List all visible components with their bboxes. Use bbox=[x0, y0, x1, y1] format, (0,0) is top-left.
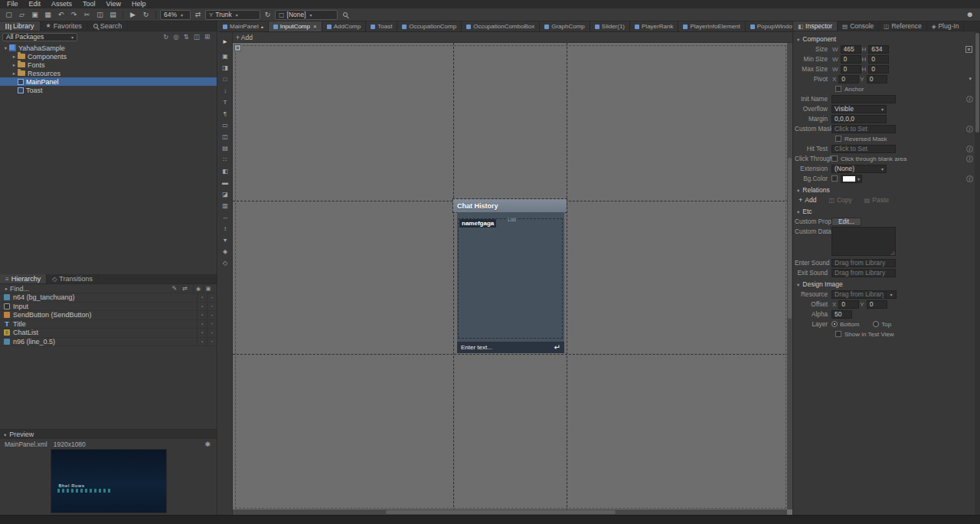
canvas-vertical-scrollbar[interactable] bbox=[787, 43, 792, 509]
library-tree-item[interactable]: ▸ Components bbox=[0, 52, 217, 61]
locate-icon[interactable]: ◎ bbox=[173, 33, 178, 41]
sort-icon[interactable]: ⇅ bbox=[184, 33, 189, 41]
section-component[interactable]: Component bbox=[793, 34, 975, 44]
min-width-input[interactable] bbox=[841, 55, 861, 64]
cut-icon[interactable]: ✂ bbox=[81, 10, 93, 20]
reload-icon[interactable]: ↻ bbox=[262, 10, 273, 20]
canvas-horizontal-scrollbar[interactable] bbox=[233, 509, 787, 515]
find-label[interactable]: Find... bbox=[10, 285, 29, 293]
new-package-icon[interactable]: ⊞ bbox=[204, 33, 210, 41]
menu-tool[interactable]: Tool bbox=[77, 0, 101, 8]
visibility-dot[interactable] bbox=[207, 338, 217, 346]
slider-tool-icon[interactable]: ↔ bbox=[220, 211, 231, 223]
layer-top-radio[interactable] bbox=[873, 321, 879, 327]
preview-thumbnail[interactable]: Bhel Rows bbox=[51, 450, 166, 513]
menu-edit[interactable]: Edit bbox=[24, 0, 47, 8]
add-button[interactable]: + Add bbox=[236, 34, 253, 41]
expand-arrow-icon[interactable]: ▾ bbox=[2, 45, 9, 51]
canvas-origin-icon[interactable] bbox=[234, 44, 241, 51]
controller-dot[interactable] bbox=[197, 320, 207, 329]
section-design-image[interactable]: Design Image bbox=[793, 279, 975, 289]
tab-transitions[interactable]: ◇ Transitions bbox=[47, 274, 99, 283]
group-tool-icon[interactable]: ◫ bbox=[220, 131, 231, 142]
resource-input[interactable] bbox=[831, 290, 887, 299]
layer-bottom-radio[interactable] bbox=[831, 321, 838, 327]
refresh-icon[interactable]: ↻ bbox=[140, 10, 152, 20]
selected-component[interactable]: Chat History namefgaga List Enter text..… bbox=[452, 198, 567, 354]
info-icon[interactable] bbox=[966, 146, 973, 152]
menu-file[interactable]: File bbox=[2, 0, 24, 8]
max-height-input[interactable] bbox=[868, 65, 889, 74]
bg-color-checkbox[interactable] bbox=[831, 175, 838, 182]
undo-icon[interactable]: ↶ bbox=[55, 10, 67, 20]
scrollbar-thumb[interactable] bbox=[788, 158, 792, 319]
hit-test-input[interactable] bbox=[831, 145, 896, 153]
tab-inspector[interactable]: ◧ Inspector bbox=[793, 21, 838, 31]
movieclip-tool-icon[interactable]: ◨ bbox=[220, 62, 231, 74]
preset-select[interactable]: ▢ [None] bbox=[275, 10, 338, 20]
controller-dot[interactable] bbox=[197, 338, 207, 346]
branch-select[interactable]: Y Trunk bbox=[205, 10, 260, 20]
text-tool-icon[interactable]: T bbox=[220, 97, 231, 108]
click-through-checkbox[interactable] bbox=[831, 156, 838, 162]
doc-tab[interactable]: GraphComp × ● bbox=[540, 21, 590, 31]
sync-icon[interactable]: ⇄ bbox=[192, 10, 204, 20]
doc-tab[interactable]: Slider(1) × ● bbox=[590, 21, 630, 31]
lock-icon[interactable]: ▣ bbox=[203, 284, 213, 293]
doc-tab[interactable]: AddComp × ● bbox=[322, 21, 367, 31]
expand-arrow-icon[interactable]: ▸ bbox=[11, 70, 18, 77]
test-play-icon[interactable]: ▶ bbox=[127, 10, 139, 20]
search-icon[interactable] bbox=[339, 10, 351, 20]
resize-grip-icon[interactable] bbox=[890, 250, 894, 255]
component-tool-icon[interactable]: ◧ bbox=[220, 165, 231, 177]
tab-hierarchy[interactable]: ≡ Hierarchy bbox=[0, 274, 47, 283]
pivot-y-input[interactable] bbox=[867, 75, 887, 84]
paste-icon[interactable]: ▤ bbox=[107, 10, 119, 20]
copy-icon[interactable]: ◫ bbox=[94, 10, 106, 20]
scrollbar-tool-icon[interactable]: ↕ bbox=[220, 223, 231, 234]
menu-help[interactable]: Help bbox=[126, 0, 152, 8]
edit-icon[interactable]: ✎ bbox=[172, 285, 178, 292]
window-title-bar[interactable]: Chat History bbox=[453, 199, 567, 212]
library-tree-item[interactable]: ▸ Fonts bbox=[0, 61, 217, 69]
copy-relations-button[interactable]: Copy bbox=[828, 196, 851, 204]
info-icon[interactable] bbox=[966, 96, 973, 103]
doc-tab[interactable]: InputComp × ● bbox=[269, 21, 322, 31]
text-input-field[interactable]: Enter text... ↵ bbox=[457, 342, 564, 353]
scrollbar-thumb[interactable] bbox=[386, 510, 616, 514]
hierarchy-item[interactable]: n96 (line_0.5) bbox=[0, 338, 217, 347]
paste-relations-button[interactable]: Paste bbox=[864, 196, 889, 204]
chat-list-bounds[interactable] bbox=[458, 218, 563, 339]
tab-favorites[interactable]: ★ Favorites bbox=[41, 21, 88, 31]
controller-dot[interactable] bbox=[197, 311, 207, 319]
controller-dot[interactable] bbox=[197, 329, 207, 337]
redo-icon[interactable]: ↷ bbox=[68, 10, 80, 20]
section-relations[interactable]: Relations bbox=[793, 185, 975, 195]
tree-tool-icon[interactable]: ∷ bbox=[220, 154, 231, 165]
shape-tool-icon[interactable]: ◇ bbox=[220, 257, 231, 269]
loader-tool-icon[interactable]: ↓ bbox=[220, 85, 231, 97]
combobox-tool-icon[interactable]: ▾ bbox=[220, 234, 231, 246]
anchor-checkbox[interactable] bbox=[835, 86, 841, 92]
custom-data-textarea[interactable] bbox=[831, 227, 896, 256]
edit-custom-props-button[interactable]: Edit... bbox=[831, 218, 861, 226]
scrollbar-thumb[interactable] bbox=[975, 33, 979, 133]
zoom-select[interactable]: 64% bbox=[160, 10, 191, 20]
doc-tab[interactable]: PlayerRank × ● bbox=[630, 21, 678, 31]
doc-tab[interactable]: PopupWindow × ● bbox=[746, 21, 792, 31]
name-text[interactable]: namefgaga bbox=[459, 219, 496, 228]
pivot-x-input[interactable] bbox=[838, 75, 859, 84]
resize-expand-icon[interactable] bbox=[965, 46, 972, 53]
tab-console[interactable]: ▤ Console bbox=[838, 21, 879, 31]
doc-tab[interactable]: Toast × ● bbox=[366, 21, 397, 31]
library-tree-item[interactable]: ▾ YahahaSample bbox=[0, 44, 217, 52]
link-icon[interactable]: ⇄ bbox=[182, 285, 188, 292]
visibility-dot[interactable] bbox=[207, 303, 217, 311]
enter-sound-input[interactable] bbox=[831, 259, 896, 267]
hierarchy-item[interactable]: ChatList bbox=[0, 329, 217, 338]
hierarchy-item[interactable]: n64 (bg_tanchuang) bbox=[0, 293, 217, 303]
eye-icon[interactable]: ◉ bbox=[193, 284, 203, 293]
graph-tool-icon[interactable]: □ bbox=[220, 74, 231, 85]
doc-tab[interactable]: OccupationComboBox × ● bbox=[462, 21, 540, 31]
menu-view[interactable]: View bbox=[101, 0, 126, 8]
